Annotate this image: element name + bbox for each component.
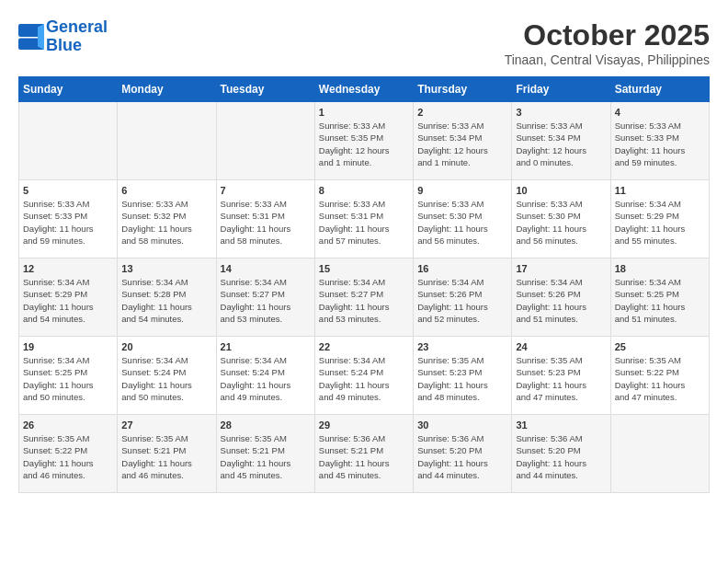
day-info: Sunrise: 5:36 AM Sunset: 5:20 PM Dayligh… [417,432,507,481]
day-number: 6 [121,185,211,196]
calendar-cell: 30Sunrise: 5:36 AM Sunset: 5:20 PM Dayli… [414,415,512,493]
day-number: 26 [23,419,113,431]
calendar-cell: 21Sunrise: 5:34 AM Sunset: 5:24 PM Dayli… [216,337,314,415]
day-info: Sunrise: 5:35 AM Sunset: 5:22 PM Dayligh… [615,354,705,403]
day-info: Sunrise: 5:33 AM Sunset: 5:31 PM Dayligh… [221,198,311,247]
calendar-cell: 7Sunrise: 5:33 AM Sunset: 5:31 PM Daylig… [216,180,314,259]
day-info: Sunrise: 5:34 AM Sunset: 5:24 PM Dayligh… [319,354,409,403]
day-number: 5 [23,185,113,196]
day-info: Sunrise: 5:34 AM Sunset: 5:29 PM Dayligh… [615,198,705,247]
day-number: 11 [615,185,705,196]
day-info: Sunrise: 5:35 AM Sunset: 5:23 PM Dayligh… [516,354,606,403]
col-header-thursday: Thursday [414,77,512,102]
day-info: Sunrise: 5:33 AM Sunset: 5:31 PM Dayligh… [319,198,409,247]
day-info: Sunrise: 5:34 AM Sunset: 5:27 PM Dayligh… [221,276,311,325]
calendar-cell: 10Sunrise: 5:33 AM Sunset: 5:30 PM Dayli… [512,180,610,259]
calendar-cell [19,102,118,180]
col-header-friday: Friday [512,77,610,102]
day-number: 18 [615,263,705,274]
calendar-cell: 28Sunrise: 5:35 AM Sunset: 5:21 PM Dayli… [216,415,314,493]
calendar-cell: 19Sunrise: 5:34 AM Sunset: 5:25 PM Dayli… [19,337,118,415]
day-number: 7 [221,185,311,196]
calendar-cell [118,102,216,180]
week-row-3: 12Sunrise: 5:34 AM Sunset: 5:29 PM Dayli… [19,259,710,337]
calendar-cell: 24Sunrise: 5:35 AM Sunset: 5:23 PM Dayli… [512,337,610,415]
logo-text: General Blue [46,18,108,55]
sub-title: Tinaan, Central Visayas, Philippines [505,52,710,67]
day-number: 17 [516,263,606,274]
day-info: Sunrise: 5:34 AM Sunset: 5:27 PM Dayligh… [319,276,409,325]
day-info: Sunrise: 5:33 AM Sunset: 5:33 PM Dayligh… [23,198,113,247]
day-number: 9 [417,185,507,196]
logo-blue: Blue [46,36,82,54]
day-number: 19 [23,341,113,352]
day-number: 13 [121,263,211,274]
calendar-cell: 9Sunrise: 5:33 AM Sunset: 5:30 PM Daylig… [414,180,512,259]
day-number: 28 [221,419,311,431]
calendar-cell: 31Sunrise: 5:36 AM Sunset: 5:20 PM Dayli… [512,415,610,493]
day-number: 4 [615,107,705,118]
day-info: Sunrise: 5:35 AM Sunset: 5:21 PM Dayligh… [121,432,211,481]
day-number: 27 [121,419,211,431]
day-info: Sunrise: 5:33 AM Sunset: 5:34 PM Dayligh… [417,120,507,168]
day-info: Sunrise: 5:34 AM Sunset: 5:25 PM Dayligh… [23,354,113,403]
day-number: 15 [319,263,409,274]
week-row-5: 26Sunrise: 5:35 AM Sunset: 5:22 PM Dayli… [19,415,710,493]
calendar-cell: 3Sunrise: 5:33 AM Sunset: 5:34 PM Daylig… [512,102,610,180]
day-number: 22 [319,341,409,352]
day-number: 30 [417,419,507,431]
calendar-cell: 12Sunrise: 5:34 AM Sunset: 5:29 PM Dayli… [19,259,118,337]
col-header-monday: Monday [118,77,216,102]
day-number: 20 [121,341,211,352]
day-info: Sunrise: 5:34 AM Sunset: 5:29 PM Dayligh… [23,276,113,325]
day-number: 14 [221,263,311,274]
calendar-cell: 1Sunrise: 5:33 AM Sunset: 5:35 PM Daylig… [314,102,413,180]
calendar-cell: 17Sunrise: 5:34 AM Sunset: 5:26 PM Dayli… [512,259,610,337]
calendar-cell: 22Sunrise: 5:34 AM Sunset: 5:24 PM Dayli… [314,337,413,415]
day-info: Sunrise: 5:35 AM Sunset: 5:21 PM Dayligh… [221,432,311,481]
calendar-cell: 2Sunrise: 5:33 AM Sunset: 5:34 PM Daylig… [414,102,512,180]
day-info: Sunrise: 5:34 AM Sunset: 5:25 PM Dayligh… [615,276,705,325]
day-info: Sunrise: 5:35 AM Sunset: 5:22 PM Dayligh… [23,432,113,481]
calendar-cell: 6Sunrise: 5:33 AM Sunset: 5:32 PM Daylig… [118,180,216,259]
day-info: Sunrise: 5:33 AM Sunset: 5:34 PM Dayligh… [516,120,606,168]
col-header-saturday: Saturday [610,77,709,102]
day-info: Sunrise: 5:33 AM Sunset: 5:33 PM Dayligh… [615,120,705,168]
day-info: Sunrise: 5:36 AM Sunset: 5:21 PM Dayligh… [319,432,409,481]
day-number: 23 [417,341,507,352]
day-number: 1 [319,107,409,118]
day-info: Sunrise: 5:34 AM Sunset: 5:24 PM Dayligh… [121,354,211,403]
calendar-cell: 8Sunrise: 5:33 AM Sunset: 5:31 PM Daylig… [314,180,413,259]
header-row: SundayMondayTuesdayWednesdayThursdayFrid… [19,77,710,102]
day-info: Sunrise: 5:33 AM Sunset: 5:32 PM Dayligh… [121,198,211,247]
day-number: 25 [615,341,705,352]
calendar-cell: 4Sunrise: 5:33 AM Sunset: 5:33 PM Daylig… [610,102,709,180]
calendar-cell: 5Sunrise: 5:33 AM Sunset: 5:33 PM Daylig… [19,180,118,259]
day-info: Sunrise: 5:34 AM Sunset: 5:28 PM Dayligh… [121,276,211,325]
day-info: Sunrise: 5:34 AM Sunset: 5:26 PM Dayligh… [516,276,606,325]
day-number: 21 [221,341,311,352]
main-title: October 2025 [505,18,710,52]
calendar-cell: 15Sunrise: 5:34 AM Sunset: 5:27 PM Dayli… [314,259,413,337]
calendar-cell: 25Sunrise: 5:35 AM Sunset: 5:22 PM Dayli… [610,337,709,415]
day-number: 24 [516,341,606,352]
svg-marker-2 [38,24,44,50]
calendar-cell: 18Sunrise: 5:34 AM Sunset: 5:25 PM Dayli… [610,259,709,337]
calendar-cell: 14Sunrise: 5:34 AM Sunset: 5:27 PM Dayli… [216,259,314,337]
calendar-cell: 11Sunrise: 5:34 AM Sunset: 5:29 PM Dayli… [610,180,709,259]
header: General Blue October 2025 Tinaan, Centra… [18,18,710,67]
calendar-cell: 16Sunrise: 5:34 AM Sunset: 5:26 PM Dayli… [414,259,512,337]
day-info: Sunrise: 5:33 AM Sunset: 5:30 PM Dayligh… [417,198,507,247]
calendar-table: SundayMondayTuesdayWednesdayThursdayFrid… [18,76,710,493]
day-number: 8 [319,185,409,196]
calendar-cell: 26Sunrise: 5:35 AM Sunset: 5:22 PM Dayli… [19,415,118,493]
col-header-wednesday: Wednesday [314,77,413,102]
day-number: 3 [516,107,606,118]
day-info: Sunrise: 5:36 AM Sunset: 5:20 PM Dayligh… [516,432,606,481]
calendar-cell [610,415,709,493]
calendar-cell [216,102,314,180]
day-info: Sunrise: 5:34 AM Sunset: 5:26 PM Dayligh… [417,276,507,325]
logo-general: General [46,17,108,36]
calendar-cell: 27Sunrise: 5:35 AM Sunset: 5:21 PM Dayli… [118,415,216,493]
day-number: 12 [23,263,113,274]
